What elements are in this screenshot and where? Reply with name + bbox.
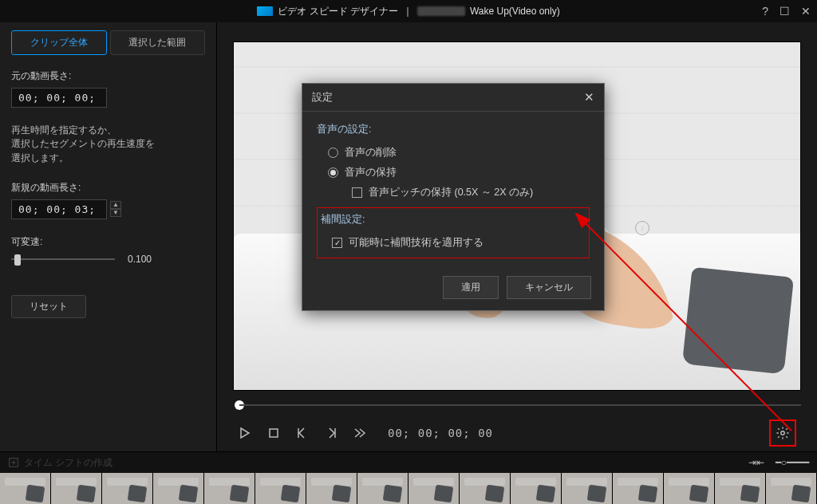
- thumbnail[interactable]: [255, 473, 306, 504]
- create-timeshift-button[interactable]: タイム シフトの作成: [8, 456, 112, 470]
- mode-description: 再生時間を指定するか、 選択したセグメントの再生速度を 選択します。: [11, 124, 205, 165]
- new-length-label: 新規の動画長さ:: [11, 181, 205, 195]
- radio-icon: [328, 148, 338, 158]
- checkbox-icon: [352, 187, 362, 198]
- thumbnail[interactable]: [613, 473, 664, 504]
- checkbox-keep-pitch-label: 音声ピッチの保持 (0.5X ～ 2X のみ): [369, 186, 533, 199]
- reset-button[interactable]: リセット: [11, 295, 86, 318]
- dialog-title: 設定: [312, 91, 333, 104]
- clip-name: Wake Up(Video only): [470, 6, 560, 17]
- thumbnail[interactable]: [153, 473, 204, 504]
- thumbnail-strip[interactable]: [0, 473, 817, 504]
- interpolation-highlight: 補間設定: 可能時に補間技術を適用する i: [317, 207, 590, 258]
- app-title: ビデオ スピード デザイナー: [278, 5, 398, 18]
- titlebar: ビデオ スピード デザイナー ｜ Wake Up(Video only) ? ☐…: [0, 0, 817, 22]
- title-separator: ｜: [403, 5, 412, 18]
- thumbnail[interactable]: [357, 473, 408, 504]
- stepper-up-icon[interactable]: ▲: [110, 201, 121, 209]
- tab-whole-clip[interactable]: クリップ全体: [11, 30, 107, 55]
- checkbox-apply-interpolation-label: 可能時に補間技術を適用する: [349, 236, 483, 250]
- zoom-slider-icon[interactable]: ━○━━━━: [776, 457, 809, 468]
- radio-remove-audio-label: 音声の削除: [345, 146, 397, 159]
- radio-remove-audio[interactable]: 音声の削除: [317, 143, 590, 163]
- new-length-input[interactable]: [11, 199, 107, 219]
- interpolation-settings-label: 補間設定:: [321, 213, 586, 226]
- settings-button[interactable]: [769, 419, 796, 447]
- info-icon[interactable]: i: [635, 221, 649, 235]
- thumbnail[interactable]: [511, 473, 562, 504]
- settings-dialog: 設定 ✕ 音声の設定: 音声の削除 音声の保持 音声ピッチの保持 (0.5X ～…: [302, 83, 605, 311]
- next-frame-button[interactable]: [324, 426, 338, 440]
- audio-settings-label: 音声の設定:: [317, 123, 590, 136]
- thumbnail[interactable]: [408, 473, 460, 504]
- variable-speed-value: 0.100: [128, 254, 152, 265]
- svg-point-1: [781, 431, 785, 435]
- radio-keep-audio-label: 音声の保持: [345, 166, 397, 179]
- tab-selected-range[interactable]: 選択した範囲: [110, 30, 206, 55]
- close-button[interactable]: ✕: [801, 5, 811, 18]
- variable-speed-label: 可変速:: [11, 235, 205, 249]
- thumbnail[interactable]: [204, 473, 255, 504]
- thumbnail[interactable]: [766, 473, 817, 504]
- fast-forward-button[interactable]: [353, 426, 367, 440]
- dialog-close-icon[interactable]: ✕: [584, 90, 594, 104]
- thumbnail[interactable]: [306, 473, 357, 504]
- play-button[interactable]: [238, 426, 252, 440]
- new-length-stepper[interactable]: ▲ ▼: [110, 201, 121, 217]
- scope-tabs: クリップ全体 選択した範囲: [11, 30, 205, 55]
- thumbnail[interactable]: [102, 473, 153, 504]
- original-length-label: 元の動画長さ:: [11, 69, 205, 83]
- checkbox-icon: [332, 238, 342, 248]
- thumbnail[interactable]: [562, 473, 613, 504]
- svg-rect-0: [270, 429, 278, 437]
- stop-button[interactable]: [266, 426, 281, 440]
- original-length-value: [11, 88, 107, 108]
- app-icon: [257, 6, 273, 16]
- help-button[interactable]: ?: [762, 5, 768, 18]
- clip-prefix-obscured: [417, 6, 465, 16]
- thumbnail[interactable]: [460, 473, 511, 504]
- thumbnail[interactable]: [0, 473, 51, 504]
- checkbox-keep-pitch[interactable]: 音声ピッチの保持 (0.5X ～ 2X のみ): [341, 183, 590, 203]
- thumbnail[interactable]: [664, 473, 715, 504]
- checkbox-apply-interpolation[interactable]: 可能時に補間技術を適用する: [321, 233, 586, 253]
- thumbnail[interactable]: [51, 473, 102, 504]
- cancel-button[interactable]: キャンセル: [507, 276, 591, 299]
- timeline: タイム シフトの作成 ⇥⇤ ━○━━━━: [0, 451, 817, 504]
- prev-frame-button[interactable]: [295, 426, 310, 440]
- apply-button[interactable]: 適用: [443, 276, 499, 299]
- preview-scrubber[interactable]: [233, 396, 801, 415]
- radio-icon: [328, 167, 338, 178]
- marker-tool-icon[interactable]: ⇥⇤: [748, 457, 764, 468]
- playback-controls: 00; 00; 00; 00: [233, 415, 801, 451]
- playback-timecode: 00; 00; 00; 00: [388, 427, 493, 439]
- left-panel: クリップ全体 選択した範囲 元の動画長さ: 再生時間を指定するか、 選択したセグ…: [0, 22, 217, 451]
- radio-keep-audio[interactable]: 音声の保持: [317, 163, 590, 183]
- variable-speed-slider[interactable]: [11, 254, 115, 264]
- thumbnail[interactable]: [715, 473, 766, 504]
- maximize-button[interactable]: ☐: [780, 5, 790, 18]
- stepper-down-icon[interactable]: ▼: [110, 209, 121, 217]
